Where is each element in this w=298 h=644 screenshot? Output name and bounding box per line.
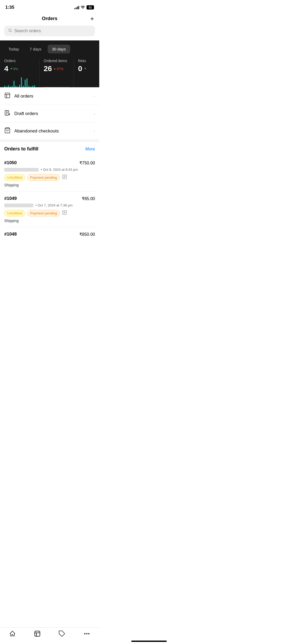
order-shipping-1049: Shipping bbox=[4, 219, 95, 223]
wifi-icon bbox=[81, 5, 85, 10]
metric-orders-value: 4 bbox=[4, 65, 8, 73]
draft-orders-label: Draft orders bbox=[14, 111, 94, 116]
abandoned-checkouts-label: Abandoned checkouts bbox=[14, 128, 94, 134]
order-number-1048: #1048 bbox=[4, 232, 17, 237]
fulfill-more-button[interactable]: More bbox=[85, 147, 95, 151]
tag-unfulfilled-1049: Unfulfilled bbox=[4, 210, 25, 217]
order-amount-1049: ₹85.00 bbox=[82, 196, 95, 201]
metric-orders: Orders 4 0% bbox=[4, 59, 39, 87]
metric-ordered-items: Ordered items 26 57% bbox=[39, 59, 74, 87]
add-order-button[interactable]: + bbox=[90, 15, 94, 22]
metric-ordered-items-value: 26 bbox=[44, 65, 52, 73]
note-icon-1050 bbox=[62, 174, 67, 181]
order-card-1050[interactable]: #1050 ₹750.00 • Oct 9, 2024 at 8:43 pm U… bbox=[4, 156, 95, 192]
status-bar: 1:35 51 bbox=[0, 0, 99, 13]
all-orders-label: All orders bbox=[14, 94, 94, 99]
order-amount-1048: ₹850.00 bbox=[79, 232, 95, 237]
category-draft-orders[interactable]: Draft orders › bbox=[0, 105, 99, 122]
tab-7days[interactable]: 7 days bbox=[25, 45, 46, 53]
metric-ordered-items-label: Ordered items bbox=[44, 59, 69, 63]
tab-30days[interactable]: 30 days bbox=[48, 45, 70, 53]
metric-orders-label: Orders bbox=[4, 59, 35, 63]
draft-orders-icon bbox=[4, 110, 11, 117]
page-header: Orders + bbox=[0, 13, 99, 26]
metric-returns-change bbox=[84, 67, 87, 70]
search-bar[interactable] bbox=[4, 26, 95, 36]
order-number-1050: #1050 bbox=[4, 160, 17, 165]
status-time: 1:35 bbox=[5, 5, 14, 10]
order-meta-1050: • Oct 9, 2024 at 8:43 pm bbox=[4, 168, 95, 172]
abandoned-checkouts-chevron-icon: › bbox=[94, 129, 95, 134]
order-card-1048[interactable]: #1048 ₹850.00 bbox=[4, 227, 95, 247]
draft-orders-chevron-icon: › bbox=[94, 111, 95, 116]
page-title: Orders bbox=[42, 16, 57, 21]
orders-chart bbox=[4, 74, 35, 87]
category-all-orders[interactable]: All orders › bbox=[0, 88, 99, 105]
status-icons: 51 bbox=[74, 5, 94, 10]
search-icon bbox=[8, 28, 12, 34]
order-amount-1050: ₹750.00 bbox=[79, 160, 95, 165]
all-orders-icon bbox=[4, 92, 11, 100]
stats-metrics: Orders 4 0% bbox=[4, 59, 95, 87]
stats-panel: Today 7 days 30 days Orders 4 0% bbox=[0, 40, 99, 87]
metric-returns-value: 0 bbox=[78, 65, 82, 73]
svg-line-1 bbox=[11, 31, 12, 32]
order-meta-1049: • Oct 7, 2024 at 7:36 pm bbox=[4, 203, 95, 207]
fulfill-section: Orders to fulfill More #1050 ₹750.00 • O… bbox=[0, 142, 99, 247]
tag-payment-pending-1049: Payment pending bbox=[27, 210, 60, 217]
section-divider bbox=[0, 140, 99, 142]
order-categories: All orders › Draft orders › Abandoned ch… bbox=[0, 87, 99, 140]
order-number-1049: #1049 bbox=[4, 196, 17, 201]
category-abandoned-checkouts[interactable]: Abandoned checkouts › bbox=[0, 122, 99, 140]
customer-name-placeholder-1049 bbox=[4, 204, 33, 207]
ordered-items-chart bbox=[44, 74, 69, 87]
order-card-1049[interactable]: #1049 ₹85.00 • Oct 7, 2024 at 7:36 pm Un… bbox=[4, 192, 95, 227]
svg-rect-2 bbox=[5, 93, 10, 98]
customer-name-placeholder-1050 bbox=[4, 168, 39, 172]
svg-point-0 bbox=[9, 29, 11, 31]
order-date-1050: • Oct 9, 2024 at 8:43 pm bbox=[41, 168, 78, 172]
fulfill-header: Orders to fulfill More bbox=[4, 146, 95, 152]
tag-payment-pending-1050: Payment pending bbox=[27, 174, 60, 181]
all-orders-chevron-icon: › bbox=[94, 94, 95, 99]
tab-today[interactable]: Today bbox=[4, 45, 23, 53]
order-tags-1050: Unfulfilled Payment pending bbox=[4, 174, 95, 181]
battery-icon: 51 bbox=[87, 5, 94, 10]
metric-returns-label: Retu bbox=[78, 59, 95, 63]
metric-returns: Retu 0 bbox=[74, 59, 95, 87]
note-icon-1049 bbox=[62, 210, 67, 217]
order-shipping-1050: Shipping bbox=[4, 183, 95, 187]
stats-tabs: Today 7 days 30 days bbox=[4, 45, 95, 53]
order-date-1049: • Oct 7, 2024 at 7:36 pm bbox=[35, 203, 73, 207]
abandoned-checkouts-icon bbox=[4, 127, 11, 135]
fulfill-title: Orders to fulfill bbox=[4, 146, 38, 152]
metric-ordered-items-change: 57% bbox=[53, 67, 64, 71]
tag-unfulfilled-1050: Unfulfilled bbox=[4, 174, 25, 181]
metric-orders-change: 0% bbox=[10, 67, 18, 71]
search-input[interactable] bbox=[14, 29, 91, 33]
signal-bars-icon bbox=[74, 6, 79, 9]
order-tags-1049: Unfulfilled Payment pending bbox=[4, 210, 95, 217]
